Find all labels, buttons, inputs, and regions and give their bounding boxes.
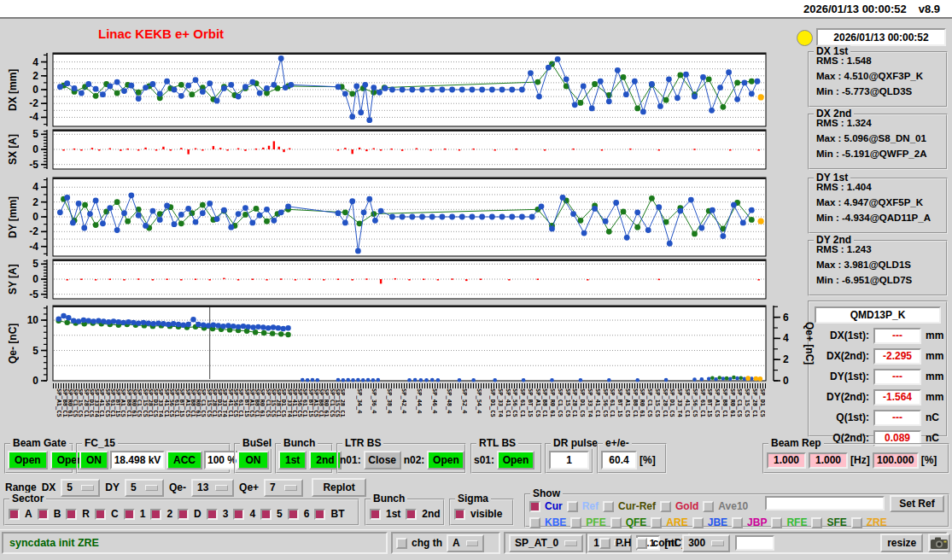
rtl-s01-button[interactable]: Open <box>497 451 534 470</box>
sector-checkbox-B[interactable] <box>38 509 49 520</box>
busel-on-button[interactable]: ON <box>237 451 269 470</box>
svg-text:2: 2 <box>783 353 789 365</box>
show-checkbox-Ref[interactable] <box>567 501 578 512</box>
sector-label: C <box>111 508 119 520</box>
sector-checkbox-5[interactable] <box>260 509 272 520</box>
show-checkbox-Gold[interactable] <box>660 501 671 512</box>
bpm-name-label: SP_41_C1 <box>684 388 690 440</box>
svg-text:0: 0 <box>32 211 38 223</box>
th-mode-value: A <box>453 537 460 549</box>
range-qep-value: 7 <box>270 481 276 493</box>
show-checkbox-RFE[interactable] <box>771 517 782 528</box>
sector-label: A <box>25 508 32 520</box>
bpm-name-label: SP_B8_C1 <box>721 388 727 440</box>
fc15-kv-field[interactable]: 18.498 kV <box>110 451 165 470</box>
fc15-acc-button[interactable]: ACC <box>166 451 202 470</box>
show-checkbox-Ave10[interactable] <box>703 501 714 512</box>
show-checkbox-SFE[interactable] <box>811 517 822 528</box>
bpm-name-label: SP_38_4 <box>386 388 392 440</box>
conti-checkbox[interactable] <box>636 538 647 549</box>
bpm-name-label: SP_48_4 <box>446 388 452 440</box>
sector-checkbox-BT[interactable] <box>314 509 325 520</box>
bpm-name-label: SP_D1_C5 <box>579 388 585 440</box>
range-qem-label: Qe- <box>169 481 186 493</box>
range-dy-select[interactable]: 5 <box>125 479 164 497</box>
ltr-n02-button[interactable]: Open <box>427 451 464 470</box>
bpm-name-label: SP_61_C1 <box>519 388 525 440</box>
show-checkbox-ARE[interactable] <box>651 517 662 528</box>
svg-text:4: 4 <box>32 56 38 68</box>
range-dx-value: 5 <box>67 481 73 493</box>
eratio-field[interactable]: 60.4 <box>601 451 637 470</box>
bpm-name-label: SP_33_T4 <box>497 388 503 440</box>
max-label: Max : <box>816 71 841 81</box>
monitor-row-unit: mm <box>926 350 943 362</box>
sector-checkbox-2[interactable] <box>150 509 161 520</box>
sector-checkbox-A[interactable] <box>9 509 20 520</box>
beam-rep-title: Beam Rep <box>768 437 824 449</box>
resize-button[interactable]: resize <box>880 534 923 552</box>
replot-button[interactable]: Replot <box>312 478 366 497</box>
show-checkbox-Cur[interactable] <box>529 501 540 512</box>
range-qem-select[interactable]: 13 <box>191 479 234 497</box>
show-checkbox-PFE[interactable] <box>570 517 581 528</box>
bunch-1st-button[interactable]: 1st <box>278 451 307 470</box>
show-checkbox-QFE[interactable] <box>610 517 622 528</box>
beam-rep-duty-field: 100.000 <box>873 452 919 469</box>
show-checkbox-ZRE[interactable] <box>851 517 862 528</box>
sector-checkbox-R[interactable] <box>66 509 77 520</box>
bpm-name-label: SP_44_4 <box>416 388 422 440</box>
show-title: Show <box>530 487 563 499</box>
beam-gate-1-button[interactable]: Open <box>8 451 48 470</box>
set-ref-button[interactable]: Set Ref <box>890 495 944 512</box>
chart-sx: 50-5 <box>20 124 809 175</box>
chart-dx: 420-2-4 <box>20 47 809 132</box>
bunch-checkbox-1st[interactable] <box>370 509 381 520</box>
sector-checkbox-6[interactable] <box>288 509 299 520</box>
sector-checkbox-D[interactable] <box>178 509 189 520</box>
max-label: Max : <box>816 133 841 143</box>
bpm-name-label: SP_A1_C5 <box>534 388 540 440</box>
sector-checkbox-1[interactable] <box>124 509 135 520</box>
range-dy-label: DY <box>105 481 120 493</box>
screenshot-button[interactable] <box>928 534 950 552</box>
ylabel-dy: DY [mm] <box>7 178 20 256</box>
bpm-name-label: SP_41_C1 <box>505 388 511 440</box>
svg-text:-2: -2 <box>29 225 38 237</box>
chg-th-checkbox[interactable] <box>396 538 407 549</box>
bpm-name-label: SP_56_C5 <box>511 388 517 440</box>
fc15-on-button[interactable]: ON <box>79 451 108 470</box>
min-value: -6.951@QLD7S <box>842 275 912 285</box>
sector-checkbox-C[interactable] <box>95 509 106 520</box>
bpm-name-label: SP_B8_C1 <box>541 388 547 440</box>
bunch-title: Bunch <box>281 437 318 449</box>
dr-pulse-field[interactable]: 1 <box>549 451 589 470</box>
ltr-n01-button[interactable]: Close <box>364 451 401 470</box>
range-dx-select[interactable]: 5 <box>61 479 100 497</box>
sector-checkbox-4[interactable] <box>233 509 244 520</box>
show-checkbox-JBE[interactable] <box>692 517 704 528</box>
svg-text:4: 4 <box>783 332 789 344</box>
extra-input[interactable] <box>735 535 774 551</box>
beam-rep-2-field: 1.000 <box>809 452 848 469</box>
bpm-name-label: SP_46_4 <box>431 388 437 440</box>
sector-checkbox-3[interactable] <box>207 509 218 520</box>
points-select[interactable]: 300 <box>682 534 730 552</box>
bpm-name-label: SP_28_C1 <box>339 388 345 440</box>
bpm-name-label: SP_34_4 <box>356 388 362 440</box>
svg-text:4: 4 <box>32 181 38 193</box>
show-checkbox-Cur-Ref[interactable] <box>603 501 614 512</box>
sigma-checkbox-visible[interactable] <box>454 509 465 520</box>
bpm-name-label: SP_D1_C5 <box>759 388 765 440</box>
ph-checkbox[interactable] <box>599 538 610 549</box>
camera-icon <box>930 536 949 550</box>
bunch-checkbox-2nd[interactable] <box>406 509 417 520</box>
show-checkbox-JBP[interactable] <box>732 517 743 528</box>
th-mode-select[interactable]: A <box>447 534 484 552</box>
show-label: ZRE <box>867 516 887 528</box>
svg-text:5: 5 <box>32 258 38 270</box>
sp-select[interactable]: SP_AT_0 <box>509 534 583 552</box>
range-qep-select[interactable]: 7 <box>264 479 303 497</box>
show-checkbox-KBE[interactable] <box>529 517 540 528</box>
ref-file-input[interactable] <box>765 496 885 510</box>
